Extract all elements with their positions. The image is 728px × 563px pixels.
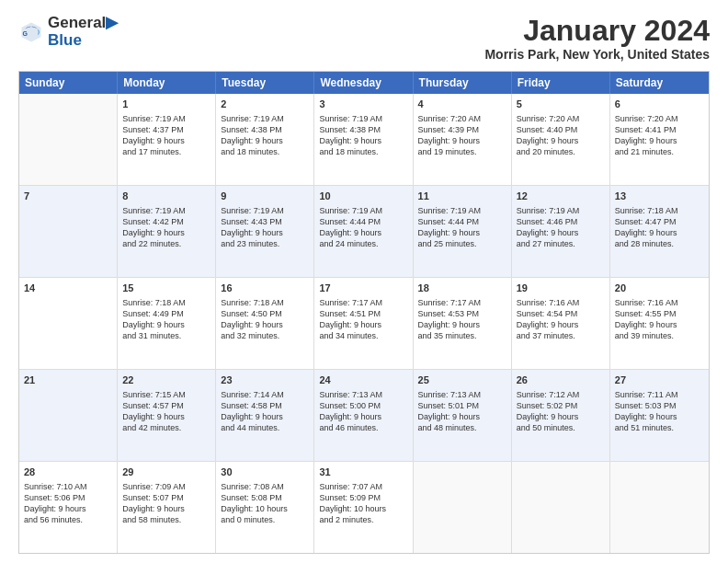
logo-icon: G <box>18 19 44 45</box>
sun-info: Sunrise: 7:19 AM Sunset: 4:44 PM Dayligh… <box>418 205 506 250</box>
calendar-cell: 10Sunrise: 7:19 AM Sunset: 4:44 PM Dayli… <box>314 186 413 277</box>
calendar-row: 1Sunrise: 7:19 AM Sunset: 4:37 PM Daylig… <box>19 94 709 186</box>
day-number: 2 <box>221 98 309 111</box>
calendar-cell: 5Sunrise: 7:20 AM Sunset: 4:40 PM Daylig… <box>512 94 610 185</box>
sun-info: Sunrise: 7:17 AM Sunset: 4:53 PM Dayligh… <box>418 297 506 342</box>
sun-info: Sunrise: 7:11 AM Sunset: 5:03 PM Dayligh… <box>615 389 704 434</box>
calendar-cell: 15Sunrise: 7:18 AM Sunset: 4:49 PM Dayli… <box>118 278 216 369</box>
day-number: 10 <box>319 190 407 203</box>
calendar-cell: 6Sunrise: 7:20 AM Sunset: 4:41 PM Daylig… <box>610 94 709 185</box>
calendar-cell: 11Sunrise: 7:19 AM Sunset: 4:44 PM Dayli… <box>414 186 512 277</box>
day-number: 29 <box>122 465 210 479</box>
calendar-cell: 7 <box>19 186 118 277</box>
calendar-cell: 4Sunrise: 7:20 AM Sunset: 4:39 PM Daylig… <box>414 94 512 185</box>
calendar-cell: 31Sunrise: 7:07 AM Sunset: 5:09 PM Dayli… <box>314 462 413 553</box>
month-title: January 2024 <box>484 15 710 47</box>
sun-info: Sunrise: 7:12 AM Sunset: 5:02 PM Dayligh… <box>517 389 605 434</box>
calendar-cell: 9Sunrise: 7:19 AM Sunset: 4:43 PM Daylig… <box>216 186 314 277</box>
logo-text: General▶ Blue <box>48 15 118 49</box>
calendar-cell: 18Sunrise: 7:17 AM Sunset: 4:53 PM Dayli… <box>414 278 512 369</box>
day-number: 22 <box>122 373 210 387</box>
calendar-row: 78Sunrise: 7:19 AM Sunset: 4:42 PM Dayli… <box>19 186 709 278</box>
sun-info: Sunrise: 7:13 AM Sunset: 5:00 PM Dayligh… <box>319 389 407 434</box>
sun-info: Sunrise: 7:19 AM Sunset: 4:37 PM Dayligh… <box>122 113 210 158</box>
sun-info: Sunrise: 7:13 AM Sunset: 5:01 PM Dayligh… <box>418 389 506 434</box>
calendar-cell: 19Sunrise: 7:16 AM Sunset: 4:54 PM Dayli… <box>512 278 610 369</box>
sun-info: Sunrise: 7:19 AM Sunset: 4:43 PM Dayligh… <box>221 205 309 250</box>
location: Morris Park, New York, United States <box>484 47 710 62</box>
day-number: 15 <box>122 282 210 295</box>
calendar-cell: 30Sunrise: 7:08 AM Sunset: 5:08 PM Dayli… <box>216 462 314 553</box>
sun-info: Sunrise: 7:10 AM Sunset: 5:06 PM Dayligh… <box>24 481 112 526</box>
calendar: SundayMondayTuesdayWednesdayThursdayFrid… <box>18 71 710 554</box>
sun-info: Sunrise: 7:14 AM Sunset: 4:58 PM Dayligh… <box>221 389 309 434</box>
sun-info: Sunrise: 7:07 AM Sunset: 5:09 PM Dayligh… <box>319 481 407 526</box>
sun-info: Sunrise: 7:18 AM Sunset: 4:50 PM Dayligh… <box>221 297 309 342</box>
day-number: 6 <box>615 98 704 111</box>
day-number: 16 <box>221 282 309 295</box>
day-number: 23 <box>221 373 309 387</box>
calendar-cell: 28Sunrise: 7:10 AM Sunset: 5:06 PM Dayli… <box>19 462 118 553</box>
logo: G General▶ Blue <box>18 15 118 49</box>
calendar-cell: 29Sunrise: 7:09 AM Sunset: 5:07 PM Dayli… <box>118 462 216 553</box>
day-number: 17 <box>319 282 407 295</box>
day-number: 30 <box>221 465 309 479</box>
day-number: 3 <box>319 98 407 111</box>
sun-info: Sunrise: 7:20 AM Sunset: 4:39 PM Dayligh… <box>418 113 506 158</box>
calendar-cell: 25Sunrise: 7:13 AM Sunset: 5:01 PM Dayli… <box>414 370 512 461</box>
calendar-body: 1Sunrise: 7:19 AM Sunset: 4:37 PM Daylig… <box>19 94 709 553</box>
day-number: 8 <box>122 190 210 203</box>
calendar-header-cell: Saturday <box>610 72 709 94</box>
calendar-cell: 13Sunrise: 7:18 AM Sunset: 4:47 PM Dayli… <box>610 186 709 277</box>
calendar-cell: 1Sunrise: 7:19 AM Sunset: 4:37 PM Daylig… <box>118 94 216 185</box>
calendar-cell: 12Sunrise: 7:19 AM Sunset: 4:46 PM Dayli… <box>512 186 610 277</box>
sun-info: Sunrise: 7:19 AM Sunset: 4:38 PM Dayligh… <box>319 113 407 158</box>
sun-info: Sunrise: 7:09 AM Sunset: 5:07 PM Dayligh… <box>122 481 210 526</box>
calendar-cell: 22Sunrise: 7:15 AM Sunset: 4:57 PM Dayli… <box>118 370 216 461</box>
day-number: 24 <box>319 373 407 387</box>
day-number: 14 <box>24 282 112 295</box>
day-number: 18 <box>418 282 506 295</box>
header: G General▶ Blue January 2024 Morris Park… <box>18 15 710 62</box>
calendar-cell: 27Sunrise: 7:11 AM Sunset: 5:03 PM Dayli… <box>610 370 709 461</box>
calendar-cell <box>610 462 709 553</box>
calendar-cell: 24Sunrise: 7:13 AM Sunset: 5:00 PM Dayli… <box>314 370 413 461</box>
day-number: 31 <box>319 465 407 479</box>
day-number: 9 <box>221 190 309 203</box>
calendar-cell <box>512 462 610 553</box>
calendar-cell <box>414 462 512 553</box>
day-number: 13 <box>615 190 704 203</box>
sun-info: Sunrise: 7:18 AM Sunset: 4:47 PM Dayligh… <box>615 205 704 250</box>
svg-text:G: G <box>22 29 28 36</box>
sun-info: Sunrise: 7:19 AM Sunset: 4:44 PM Dayligh… <box>319 205 407 250</box>
calendar-row: 1415Sunrise: 7:18 AM Sunset: 4:49 PM Day… <box>19 278 709 370</box>
day-number: 19 <box>517 282 605 295</box>
calendar-cell: 20Sunrise: 7:16 AM Sunset: 4:55 PM Dayli… <box>610 278 709 369</box>
calendar-header: SundayMondayTuesdayWednesdayThursdayFrid… <box>19 72 709 94</box>
day-number: 11 <box>418 190 506 203</box>
calendar-header-cell: Friday <box>512 72 610 94</box>
sun-info: Sunrise: 7:20 AM Sunset: 4:41 PM Dayligh… <box>615 113 704 158</box>
day-number: 1 <box>122 98 210 111</box>
sun-info: Sunrise: 7:20 AM Sunset: 4:40 PM Dayligh… <box>517 113 605 158</box>
page: G General▶ Blue January 2024 Morris Park… <box>0 0 728 563</box>
calendar-cell: 17Sunrise: 7:17 AM Sunset: 4:51 PM Dayli… <box>314 278 413 369</box>
calendar-header-cell: Sunday <box>19 72 118 94</box>
calendar-cell: 2Sunrise: 7:19 AM Sunset: 4:38 PM Daylig… <box>216 94 314 185</box>
day-number: 25 <box>418 373 506 387</box>
calendar-cell: 26Sunrise: 7:12 AM Sunset: 5:02 PM Dayli… <box>512 370 610 461</box>
calendar-cell: 23Sunrise: 7:14 AM Sunset: 4:58 PM Dayli… <box>216 370 314 461</box>
calendar-cell: 3Sunrise: 7:19 AM Sunset: 4:38 PM Daylig… <box>314 94 413 185</box>
calendar-cell: 8Sunrise: 7:19 AM Sunset: 4:42 PM Daylig… <box>118 186 216 277</box>
sun-info: Sunrise: 7:19 AM Sunset: 4:38 PM Dayligh… <box>221 113 309 158</box>
day-number: 12 <box>517 190 605 203</box>
day-number: 21 <box>24 373 112 387</box>
calendar-cell: 16Sunrise: 7:18 AM Sunset: 4:50 PM Dayli… <box>216 278 314 369</box>
title-block: January 2024 Morris Park, New York, Unit… <box>484 15 710 62</box>
sun-info: Sunrise: 7:19 AM Sunset: 4:42 PM Dayligh… <box>122 205 210 250</box>
calendar-cell: 14 <box>19 278 118 369</box>
sun-info: Sunrise: 7:15 AM Sunset: 4:57 PM Dayligh… <box>122 389 210 434</box>
calendar-header-cell: Tuesday <box>216 72 314 94</box>
sun-info: Sunrise: 7:17 AM Sunset: 4:51 PM Dayligh… <box>319 297 407 342</box>
calendar-header-cell: Monday <box>118 72 216 94</box>
